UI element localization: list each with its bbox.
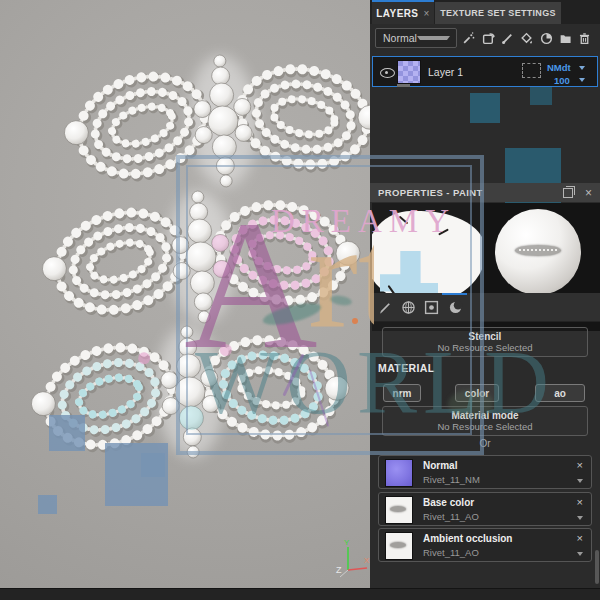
chevron-down-icon[interactable] [577, 552, 583, 556]
channel-title: Normal [423, 460, 457, 471]
material-nrm-button[interactable]: nrm [383, 384, 421, 402]
channel-slot-normal[interactable]: Normal Rivet_11_NM × [378, 455, 592, 489]
magic-wand-icon [462, 32, 475, 45]
sphere-bow-decal [515, 245, 561, 256]
tool-mode-tabs [370, 293, 600, 322]
stamp-refresh-icon [482, 32, 495, 45]
scrollbar-thumb[interactable] [595, 550, 599, 584]
channel-resource: Rivet_11_AO [423, 547, 479, 558]
channel-thumbnail [385, 496, 413, 524]
channel-title: Ambient occlusion [423, 533, 512, 544]
channel-slot-base-color[interactable]: Base color Rivet_11_AO × [378, 492, 592, 526]
layer-opacity-value[interactable]: 100 [554, 75, 570, 86]
pencil-icon [378, 300, 393, 315]
remove-channel-icon[interactable]: × [577, 459, 583, 471]
channel-thumbnail [385, 532, 413, 560]
paint-bucket-icon [520, 32, 533, 45]
tab-eraser-tool[interactable] [445, 297, 465, 317]
channel-slot-ambient-occlusion[interactable]: Ambient occlusion Rivet_11_AO × [378, 528, 592, 562]
add-smart-material-button[interactable] [480, 30, 497, 47]
material-ao-button[interactable]: ao [535, 384, 585, 402]
pie-circle-icon [540, 32, 553, 45]
stencil-value: No Resource Selected [383, 342, 587, 353]
framed-dot-icon [424, 300, 439, 315]
layer-row[interactable]: Layer 1 NMdt 100 [372, 56, 598, 87]
app-window: Y X Z LAYERS × TEXTURE SET SETTINGS Norm… [0, 0, 600, 600]
add-paint-layer-button[interactable] [499, 30, 516, 47]
pearl-bow-top [61, 47, 370, 195]
layer-channel-mode[interactable]: NMdt [547, 62, 571, 73]
watermark-square [470, 93, 500, 123]
material-mode-title: Material mode [383, 410, 587, 421]
active-tab-indicator [442, 293, 467, 295]
trash-icon [578, 32, 591, 45]
tab-brush-tool[interactable] [375, 297, 395, 317]
material-section-label: MATERIAL [378, 362, 435, 374]
tab-close-icon[interactable]: × [423, 8, 429, 19]
material-mode-value: No Resource Selected [383, 421, 587, 432]
brush-icon [501, 32, 514, 45]
chevron-down-icon[interactable] [579, 66, 585, 70]
right-dock-panel: LAYERS × TEXTURE SET SETTINGS Normal [370, 0, 600, 600]
chevron-down-icon [417, 36, 450, 40]
channel-resource: Rivet_11_AO [423, 511, 479, 522]
stencil-title: Stencil [383, 331, 587, 342]
tab-material-sphere[interactable] [398, 297, 418, 317]
add-fill-layer-button[interactable] [518, 30, 535, 47]
material-mode-button[interactable]: Material mode No Resource Selected [382, 406, 588, 436]
add-adjustment-button[interactable] [538, 30, 555, 47]
blend-mode-dropdown[interactable]: Normal [375, 28, 457, 48]
gizmo-z-label: Z [336, 565, 342, 575]
material-preview-sphere [495, 209, 581, 295]
tab-tss-label: TEXTURE SET SETTINGS [440, 8, 556, 18]
tab-texture-set-settings[interactable]: TEXTURE SET SETTINGS [435, 2, 561, 24]
watermark-square [38, 495, 57, 514]
layer-thumbnail[interactable] [397, 60, 421, 84]
add-folder-button[interactable] [557, 30, 574, 47]
folder-icon [559, 32, 572, 45]
tab-layers[interactable]: LAYERS × [372, 0, 434, 24]
layer-mask-placeholder-icon[interactable] [522, 63, 541, 78]
stencil-resource-button[interactable]: Stencil No Resource Selected [382, 327, 588, 357]
layer-name[interactable]: Layer 1 [428, 66, 463, 78]
or-separator-label: Or [370, 438, 600, 449]
chevron-down-icon[interactable] [579, 78, 585, 82]
channel-resource: Rivet_11_NM [423, 474, 480, 485]
float-panel-icon[interactable] [563, 188, 573, 198]
add-effect-button[interactable] [460, 30, 477, 47]
layer-visibility-eye-icon[interactable] [380, 68, 395, 78]
layer-thumbnail-bar [397, 84, 410, 87]
watermark-square [141, 453, 165, 477]
chevron-down-icon[interactable] [577, 516, 583, 520]
gizmo-y-label: Y [344, 538, 350, 547]
remove-channel-icon[interactable]: × [577, 496, 583, 508]
tab-layers-label: LAYERS [376, 8, 418, 19]
chevron-down-icon[interactable] [577, 479, 583, 483]
material-color-button[interactable]: color [455, 384, 499, 402]
status-bar [0, 588, 600, 600]
tab-stamp-image[interactable] [421, 297, 441, 317]
channel-title: Base color [423, 497, 474, 508]
pearl-bow-middle [39, 183, 363, 331]
remove-channel-icon[interactable]: × [577, 532, 583, 544]
watermark-square [49, 415, 85, 451]
crescent-circle-icon [448, 300, 463, 315]
checkered-sphere-icon [401, 300, 416, 315]
channel-thumbnail [385, 459, 413, 487]
properties-title: PROPERTIES - PAINT [370, 187, 563, 198]
properties-header: PROPERTIES - PAINT × [370, 183, 600, 202]
close-icon[interactable]: × [585, 186, 592, 200]
delete-layer-button[interactable] [576, 30, 593, 47]
axis-gizmo: Y X Z [336, 538, 370, 577]
panel-tab-bar: LAYERS × TEXTURE SET SETTINGS [370, 0, 600, 24]
blend-mode-value: Normal [376, 32, 417, 44]
